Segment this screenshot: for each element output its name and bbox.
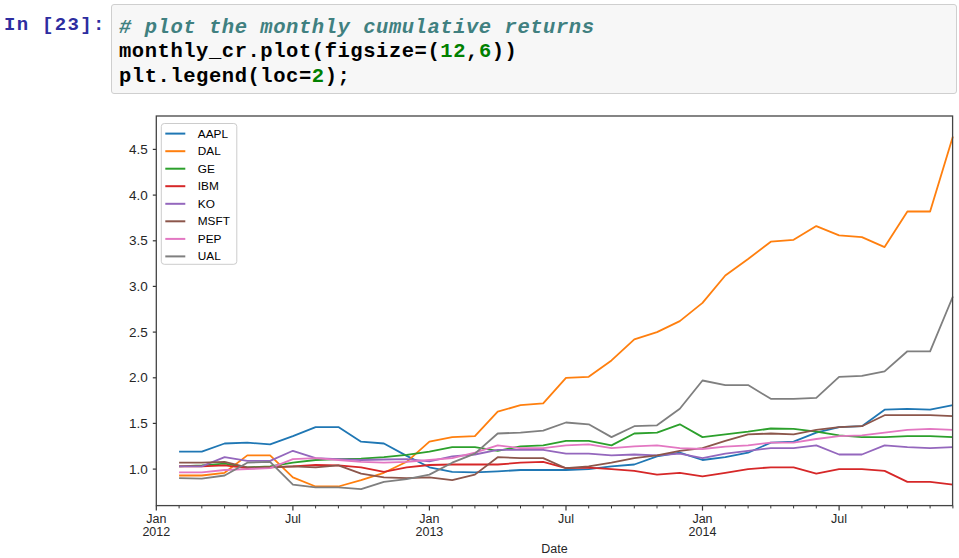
svg-text:DAL: DAL bbox=[198, 144, 221, 158]
svg-text:MSFT: MSFT bbox=[198, 214, 230, 228]
svg-text:Jul: Jul bbox=[831, 512, 847, 526]
svg-text:Date: Date bbox=[541, 542, 567, 556]
svg-text:Jan: Jan bbox=[692, 512, 712, 526]
svg-text:Jul: Jul bbox=[558, 512, 574, 526]
svg-text:AAPL: AAPL bbox=[198, 127, 229, 141]
svg-text:2.0: 2.0 bbox=[129, 370, 148, 385]
svg-text:3.0: 3.0 bbox=[129, 279, 148, 294]
svg-text:2013: 2013 bbox=[415, 525, 443, 539]
svg-text:4.0: 4.0 bbox=[129, 188, 148, 203]
svg-text:GE: GE bbox=[198, 162, 215, 176]
svg-text:Jan: Jan bbox=[146, 512, 166, 526]
svg-text:4.5: 4.5 bbox=[129, 142, 148, 157]
svg-text:Jul: Jul bbox=[285, 512, 301, 526]
svg-text:2014: 2014 bbox=[689, 525, 717, 539]
svg-text:UAL: UAL bbox=[198, 249, 221, 263]
svg-text:Jan: Jan bbox=[419, 512, 439, 526]
svg-text:2.5: 2.5 bbox=[129, 325, 148, 340]
svg-text:PEP: PEP bbox=[198, 232, 222, 246]
svg-text:2012: 2012 bbox=[142, 525, 170, 539]
svg-text:1.0: 1.0 bbox=[129, 462, 148, 477]
svg-text:3.5: 3.5 bbox=[129, 233, 148, 248]
svg-text:1.5: 1.5 bbox=[129, 416, 148, 431]
svg-text:KO: KO bbox=[198, 197, 215, 211]
svg-text:IBM: IBM bbox=[198, 179, 219, 193]
